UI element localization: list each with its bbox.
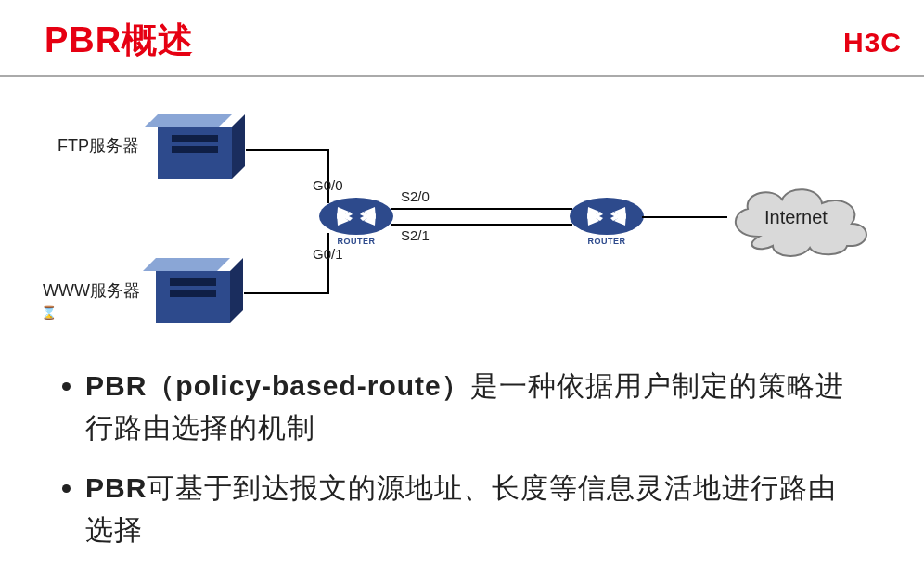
router-caption: ROUTER bbox=[319, 237, 393, 246]
ftp-server-label: FTP服务器 bbox=[58, 135, 139, 157]
interface-label-g01: G0/1 bbox=[313, 246, 343, 262]
bullet-item: PBR（policy-based-route）是一种依据用户制定的策略进行路由选… bbox=[85, 365, 861, 448]
ftp-server-icon bbox=[158, 114, 232, 179]
interface-label-s20: S2/0 bbox=[401, 188, 430, 204]
link-line bbox=[327, 233, 329, 294]
interface-label-g00: G0/0 bbox=[313, 177, 343, 193]
bullet-list: PBR（policy-based-route）是一种依据用户制定的策略进行路由选… bbox=[0, 337, 924, 550]
www-server-label: WWW服务器 bbox=[43, 279, 140, 302]
interface-label-s21: S2/1 bbox=[401, 227, 430, 243]
link-line bbox=[327, 149, 329, 203]
bullet-lead: PBR（policy-based-route） bbox=[85, 370, 470, 401]
link-line bbox=[244, 292, 329, 294]
link-line bbox=[642, 216, 727, 218]
bullet-item: PBR可基于到达报文的源地址、长度等信息灵活地进行路由选择 bbox=[85, 467, 861, 550]
bullet-text: 可基于到达报文的源地址、长度等信息灵活地进行路由选择 bbox=[85, 472, 837, 545]
brand-logo: H3C bbox=[843, 27, 902, 58]
www-server-icon bbox=[156, 258, 230, 323]
bullet-lead: PBR bbox=[85, 472, 147, 503]
router-left-icon: ROUTER bbox=[319, 198, 393, 248]
internet-label: Internet bbox=[764, 207, 828, 228]
slide-header: PBR概述 H3C bbox=[0, 0, 924, 77]
router-caption: ROUTER bbox=[570, 237, 644, 246]
hourglass-icon: ⌛ bbox=[41, 305, 57, 320]
router-right-icon: ROUTER bbox=[570, 198, 644, 248]
network-diagram: FTP服务器 WWW服务器 ⌛ ROUTER bbox=[0, 77, 924, 337]
link-line bbox=[246, 149, 329, 151]
link-line bbox=[391, 224, 572, 226]
page-title: PBR概述 bbox=[45, 17, 194, 64]
link-line bbox=[391, 208, 572, 210]
